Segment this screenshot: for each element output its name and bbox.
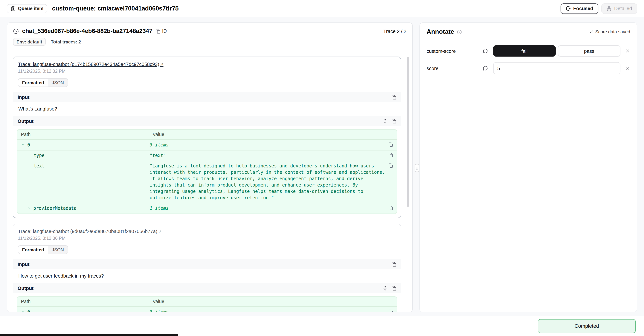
json-row[interactable]: providerMetadata 1 items — [17, 203, 397, 213]
footer-bar: Completed — [0, 316, 644, 336]
copy-icon — [392, 262, 396, 266]
trace-link[interactable]: Trace: langfuse-chatbot (d174b1589072e43… — [18, 62, 164, 67]
json-row[interactable]: 0 3 items — [17, 140, 397, 150]
clear-score-button[interactable] — [625, 48, 630, 54]
copy-output-button[interactable] — [392, 119, 396, 123]
json-row[interactable]: text "Langfuse is a tool designed to hel… — [17, 161, 397, 203]
check-icon — [589, 30, 593, 34]
top-bar: Queue item custom-queue: cmiacwel70041ad… — [0, 0, 644, 17]
unfold-icon — [383, 119, 388, 123]
detailed-view-button[interactable]: Detailed — [602, 3, 637, 14]
panel-resize-handle[interactable] — [414, 164, 419, 172]
queue-item-icon — [10, 6, 16, 11]
json-key: 0 — [27, 142, 30, 148]
grip-dots-icon — [415, 165, 419, 171]
copy-icon — [388, 309, 393, 312]
expand-output-button[interactable] — [383, 119, 388, 123]
horizontal-scrollbar-thumb[interactable] — [0, 334, 178, 336]
json-value: 3 items — [150, 309, 386, 312]
id-label: ID — [162, 29, 167, 34]
json-value: "text" — [150, 152, 386, 159]
input-label: Input — [18, 94, 30, 100]
copy-row-button[interactable] — [388, 206, 393, 212]
trace-panel-header: chat_536ed067-b86e-4eb6-882b-ba27148a234… — [7, 23, 412, 50]
copy-row-button[interactable] — [388, 153, 393, 159]
traces-scroll-area: Trace: langfuse-chatbot (d174b1589072e43… — [7, 50, 412, 312]
copy-icon — [392, 119, 396, 123]
detailed-view-label: Detailed — [614, 6, 632, 11]
trace-link-label: Trace: langfuse-chatbot (d174b1589072e43… — [18, 62, 159, 67]
tab-json[interactable]: JSON — [48, 245, 68, 254]
input-text: How to get user feedback in my traces? — [13, 269, 401, 283]
chevron-right-icon[interactable] — [27, 206, 31, 210]
copy-id-button[interactable]: ID — [156, 29, 167, 34]
focused-view-label: Focused — [573, 6, 593, 11]
input-label: Input — [18, 261, 30, 267]
output-json-table: Path Value 0 3 items — [17, 296, 397, 312]
trace-card: Trace: langfuse-chatbot (9d0a6f2e6de8670… — [13, 224, 401, 312]
view-toggle-group: Focused Detailed — [560, 3, 637, 14]
trace-timestamp: 11/12/2025, 3:12:36 PM — [18, 236, 396, 241]
json-row[interactable]: 0 3 items — [17, 307, 397, 312]
vertical-scrollbar[interactable] — [407, 57, 409, 207]
chevron-down-icon[interactable] — [21, 310, 25, 312]
score-row: custom-score fail pass — [426, 45, 630, 57]
score-option-pass[interactable]: pass — [558, 45, 620, 57]
score-name: custom-score — [426, 48, 483, 54]
clear-score-button[interactable] — [625, 66, 630, 71]
annotate-title: Annotate — [426, 28, 454, 36]
app-root: Queue item custom-queue: cmiacwel70041ad… — [0, 0, 644, 336]
trace-link[interactable]: Trace: langfuse-chatbot (9d0a6f2e6de8670… — [18, 228, 162, 234]
annotate-panel: Annotate Score data saved custom-score f… — [420, 23, 637, 312]
env-badge: Env: default — [13, 38, 46, 46]
unfold-icon — [383, 286, 388, 290]
trace-card-header: Trace: langfuse-chatbot (d174b1589072e43… — [13, 57, 401, 74]
output-section-header: Output — [13, 283, 401, 293]
path-column-header: Path — [17, 130, 149, 139]
chevron-down-icon[interactable] — [21, 143, 25, 147]
copy-icon — [388, 142, 393, 147]
queue-item-badge-label: Queue item — [18, 6, 44, 11]
path-column-header: Path — [17, 297, 149, 306]
score-value-input[interactable] — [493, 62, 620, 74]
copy-icon — [392, 286, 396, 290]
json-key: type — [34, 152, 44, 159]
copy-row-button[interactable] — [388, 163, 393, 201]
annotate-header: Annotate Score data saved — [426, 28, 630, 36]
json-row[interactable]: type "text" — [17, 150, 397, 161]
json-key: 0 — [27, 309, 30, 312]
tab-formatted[interactable]: Formatted — [18, 78, 48, 87]
output-label: Output — [18, 285, 34, 291]
value-column-header: Value — [149, 130, 397, 139]
format-tabs: Formatted JSON — [18, 245, 68, 254]
copy-row-button[interactable] — [388, 309, 393, 312]
external-link-icon: ↗ — [158, 229, 162, 234]
copy-output-button[interactable] — [392, 286, 396, 290]
info-icon[interactable] — [457, 30, 462, 34]
copy-input-button[interactable] — [392, 95, 396, 100]
copy-row-button[interactable] — [388, 142, 393, 148]
trace-panel: chat_536ed067-b86e-4eb6-882b-ba27148a234… — [7, 23, 413, 312]
completed-button[interactable]: Completed — [538, 319, 636, 333]
copy-icon — [388, 163, 393, 168]
input-text: What's Langfuse? — [13, 102, 401, 116]
trace-counter: Trace 2 / 2 — [383, 28, 406, 34]
score-options: fail pass — [493, 45, 620, 57]
score-row: score — [426, 62, 630, 75]
tab-json[interactable]: JSON — [48, 78, 68, 87]
expand-output-button[interactable] — [383, 286, 388, 290]
score-option-fail[interactable]: fail — [493, 45, 556, 57]
input-section-header: Input — [13, 259, 401, 269]
output-section-header: Output — [13, 116, 401, 126]
json-table-header: Path Value — [17, 130, 397, 140]
focused-view-button[interactable]: Focused — [560, 3, 598, 14]
json-key: text — [34, 163, 44, 169]
tab-formatted[interactable]: Formatted — [18, 245, 48, 254]
clock-icon — [13, 28, 19, 34]
comment-icon[interactable] — [483, 66, 488, 71]
score-name: score — [426, 65, 483, 71]
copy-input-button[interactable] — [392, 262, 396, 266]
queue-item-badge: Queue item — [7, 4, 47, 13]
json-table-header: Path Value — [17, 297, 397, 307]
comment-icon[interactable] — [483, 48, 488, 54]
